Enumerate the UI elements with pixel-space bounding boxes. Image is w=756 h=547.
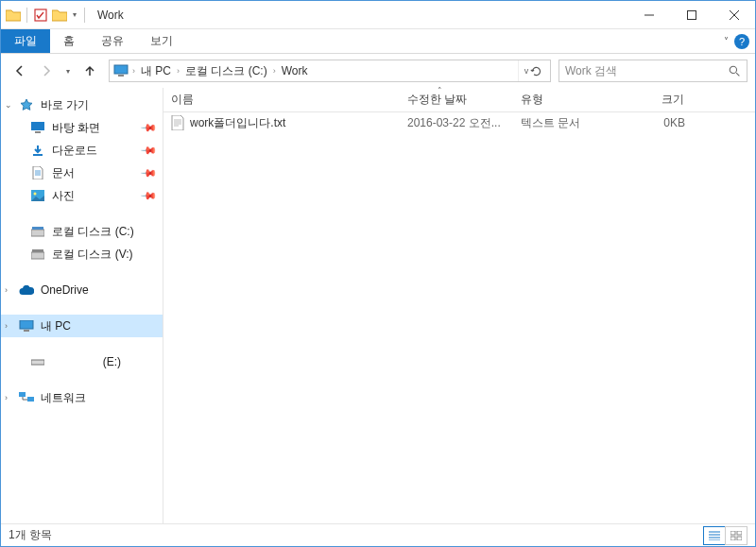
item-count: 1개 항목: [9, 527, 52, 543]
search-input[interactable]: Work 검색: [558, 60, 747, 82]
window-title: Work: [97, 9, 124, 22]
svg-rect-14: [31, 230, 44, 236]
sidebar-item-desktop[interactable]: 바탕 화면 📌: [1, 116, 163, 139]
svg-rect-20: [31, 360, 44, 365]
sidebar-item-label: 바탕 화면: [52, 120, 100, 136]
view-details-button[interactable]: [703, 526, 726, 545]
sidebar-item-label: 로컬 디스크 (C:): [52, 224, 134, 240]
sidebar-removable-e[interactable]: (E:): [1, 350, 163, 373]
breadcrumb-item[interactable]: 로컬 디스크 (C:): [181, 63, 271, 79]
file-type: 텍스트 문서: [513, 115, 608, 131]
pin-icon: 📌: [139, 186, 157, 204]
chevron-right-icon[interactable]: ›: [5, 285, 8, 295]
sidebar-drive-c[interactable]: 로컬 디스크 (C:): [1, 220, 163, 243]
tab-file[interactable]: 파일: [1, 29, 50, 53]
svg-rect-15: [32, 227, 43, 230]
properties-icon[interactable]: [32, 7, 49, 24]
svg-rect-26: [737, 537, 742, 540]
svg-rect-9: [31, 122, 44, 130]
svg-rect-21: [19, 392, 26, 397]
column-header-name[interactable]: 이름: [163, 92, 400, 108]
separator: [84, 8, 85, 23]
sidebar-item-label: 문서: [52, 165, 75, 181]
file-list-pane: ˄ 이름 수정한 날짜 유형 크기 work폴더입니다.txt 2016-03-…: [163, 88, 755, 523]
navigation-pane: ⌄ 바로 가기 바탕 화면 📌 다운로드 📌 문서 📌 사진: [1, 88, 163, 523]
sort-indicator-icon: ˄: [438, 86, 442, 95]
text-file-icon: [171, 115, 184, 130]
svg-rect-19: [24, 330, 29, 332]
close-button[interactable]: [713, 1, 755, 29]
tab-share[interactable]: 공유: [88, 29, 137, 53]
svg-line-8: [736, 73, 739, 76]
file-row[interactable]: work폴더입니다.txt 2016-03-22 오전... 텍스트 문서 0K…: [163, 112, 755, 133]
svg-rect-24: [737, 531, 742, 535]
folder-icon-small[interactable]: [51, 7, 68, 24]
chevron-right-icon[interactable]: ›: [5, 393, 8, 402]
folder-icon: [5, 7, 22, 24]
sidebar-onedrive[interactable]: › OneDrive: [1, 279, 163, 301]
sidebar-label: 바로 가기: [41, 97, 89, 113]
ribbon-tabs: 파일 홈 공유 보기 ˅ ?: [1, 29, 755, 54]
pin-icon: 📌: [139, 163, 157, 181]
svg-rect-2: [687, 10, 696, 19]
file-name: work폴더입니다.txt: [190, 115, 285, 131]
file-size: 0KB: [608, 116, 693, 129]
chevron-down-icon[interactable]: ⌄: [5, 100, 12, 110]
chevron-right-icon[interactable]: ›: [130, 66, 137, 76]
column-header-size[interactable]: 크기: [608, 92, 693, 108]
forward-button[interactable]: [35, 60, 58, 82]
view-large-icons-button[interactable]: [725, 526, 747, 545]
chevron-right-icon[interactable]: ›: [175, 66, 181, 76]
svg-rect-11: [33, 154, 43, 156]
sidebar-item-label: 로컬 디스크 (V:): [52, 247, 133, 263]
network-icon: [18, 390, 35, 405]
svg-rect-5: [114, 65, 128, 74]
chevron-right-icon[interactable]: ›: [5, 321, 8, 331]
chevron-right-icon[interactable]: ›: [271, 66, 278, 76]
column-headers: ˄ 이름 수정한 날짜 유형 크기: [163, 88, 755, 112]
ribbon-collapse-icon[interactable]: ˅: [724, 36, 729, 46]
svg-rect-10: [35, 131, 41, 133]
minimize-button[interactable]: [627, 1, 670, 29]
monitor-icon: [18, 318, 35, 333]
download-icon: [29, 143, 46, 158]
sidebar-item-downloads[interactable]: 다운로드 📌: [1, 139, 163, 162]
cloud-icon: [18, 282, 35, 298]
recent-dropdown-icon[interactable]: ▾: [61, 60, 75, 82]
sidebar-network[interactable]: › 네트워크: [1, 386, 163, 409]
sidebar-item-label: 사진: [52, 188, 75, 204]
sidebar-item-label: 네트워크: [41, 390, 86, 406]
file-date: 2016-03-22 오전...: [400, 115, 513, 131]
svg-rect-6: [118, 75, 124, 77]
svg-rect-22: [27, 397, 34, 402]
quick-access-toolbar: ▾: [1, 7, 92, 24]
back-button[interactable]: [9, 60, 31, 82]
maximize-button[interactable]: [670, 1, 713, 29]
monitor-icon: [112, 64, 130, 77]
qat-dropdown-icon[interactable]: ▾: [70, 10, 79, 19]
help-icon[interactable]: ?: [734, 34, 749, 49]
sidebar-drive-v[interactable]: 로컬 디스크 (V:): [1, 243, 163, 265]
up-button[interactable]: [78, 60, 101, 82]
tab-home[interactable]: 홈: [50, 29, 88, 53]
status-bar: 1개 항목: [1, 523, 755, 546]
drive-icon: [29, 247, 46, 262]
sidebar-item-documents[interactable]: 문서 📌: [1, 162, 163, 184]
svg-rect-17: [32, 249, 43, 252]
address-bar[interactable]: › 내 PC › 로컬 디스크 (C:) › Work v: [109, 60, 551, 82]
refresh-button[interactable]: v: [518, 60, 548, 81]
drive-icon: [29, 224, 46, 239]
sidebar-this-pc[interactable]: › 내 PC: [1, 315, 163, 337]
tab-view[interactable]: 보기: [137, 29, 186, 53]
search-placeholder: Work 검색: [565, 63, 617, 79]
breadcrumb-item[interactable]: 내 PC: [137, 63, 175, 79]
svg-point-13: [34, 193, 37, 196]
breadcrumb-item[interactable]: Work: [278, 64, 312, 77]
svg-rect-18: [20, 320, 33, 329]
column-header-date[interactable]: 수정한 날짜: [400, 92, 513, 108]
sidebar-item-label: 다운로드: [52, 143, 97, 159]
title-bar: ▾ Work: [1, 1, 755, 29]
sidebar-quick-access[interactable]: ⌄ 바로 가기: [1, 94, 163, 116]
sidebar-item-pictures[interactable]: 사진 📌: [1, 184, 163, 207]
column-header-type[interactable]: 유형: [513, 92, 608, 108]
